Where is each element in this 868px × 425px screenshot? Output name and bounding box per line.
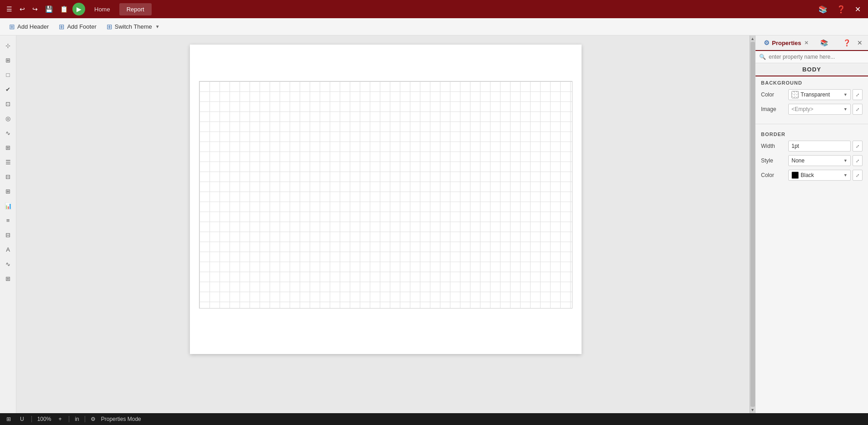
properties-search: 🔍 xyxy=(756,51,868,63)
background-color-control: Transparent ▼ ⤢ xyxy=(788,89,863,100)
background-image-row: Image <Empty> ▼ ⤢ xyxy=(761,104,863,115)
background-image-expand-btn[interactable]: ⤢ xyxy=(853,104,863,115)
add-header-button[interactable]: ⊞ Add Header xyxy=(5,21,53,33)
border-color-select[interactable]: Black ▼ xyxy=(788,170,851,181)
underline-button[interactable]: U xyxy=(18,415,26,423)
page-wrapper xyxy=(190,45,582,404)
sidebar-icon-text[interactable]: A xyxy=(2,243,15,256)
sidebar-icon-matrix[interactable]: ⊞ xyxy=(2,185,15,197)
properties-tab-label: Properties xyxy=(772,40,801,46)
background-image-value: <Empty> xyxy=(791,106,843,112)
sidebar-icon-report[interactable]: ≡ xyxy=(2,214,15,227)
properties-icon: ⚙ xyxy=(764,39,770,46)
transparent-swatch xyxy=(791,91,799,98)
background-image-select[interactable]: <Empty> ▼ xyxy=(788,104,851,115)
left-sidebar: ⊹ ⊞ □ ✔ ⊡ ◎ ∿ ⊞ ☰ ⊟ ⊞ 📊 ≡ ⊟ A ∿ ⊞ xyxy=(0,35,16,413)
section-divider xyxy=(756,124,868,124)
canvas-container: ▲ ▼ xyxy=(16,35,755,413)
border-color-control: Black ▼ ⤢ xyxy=(788,170,863,181)
background-color-row: Color Transparent ▼ ⤢ xyxy=(761,89,863,100)
sidebar-icon-grid[interactable]: ⊞ xyxy=(2,141,15,154)
zoom-in-button[interactable]: + xyxy=(56,415,63,423)
sidebar-icon-barcode[interactable]: ⊞ xyxy=(2,272,15,285)
background-color-label: Color xyxy=(761,91,785,98)
save-button[interactable]: 💾 xyxy=(42,4,56,15)
scroll-down-icon[interactable]: ▼ xyxy=(751,408,755,412)
sidebar-icon-components[interactable]: ⊞ xyxy=(2,54,15,66)
add-footer-label: Add Footer xyxy=(67,23,96,30)
save-as-button[interactable]: 📋 xyxy=(57,4,71,15)
toolbar: ⊞ Add Header ⊞ Add Footer ⊞ Switch Theme… xyxy=(0,18,868,35)
border-style-value: None xyxy=(791,157,843,164)
add-footer-button[interactable]: ⊞ Add Footer xyxy=(54,21,101,33)
sidebar-icon-check[interactable]: ✔ xyxy=(2,83,15,96)
unit-label: in xyxy=(75,416,79,422)
sidebar-icon-crop[interactable]: ⊡ xyxy=(2,97,15,110)
data-button[interactable]: 📚 xyxy=(815,3,831,15)
status-divider-3 xyxy=(85,416,85,422)
tab-home[interactable]: Home xyxy=(87,3,117,15)
add-footer-icon: ⊞ xyxy=(59,23,65,31)
status-bar: ⊞ U 100% + in ⚙ Properties Mode xyxy=(0,413,868,425)
close-button[interactable]: ✕ xyxy=(851,3,864,15)
sidebar-icon-circle[interactable]: ◎ xyxy=(2,112,15,125)
properties-tab-close[interactable]: ✕ xyxy=(803,40,809,46)
redo-button[interactable]: ↪ xyxy=(30,4,41,15)
border-width-value: 1pt xyxy=(791,143,848,149)
sidebar-icon-list[interactable]: ☰ xyxy=(2,156,15,168)
background-image-control: <Empty> ▼ ⤢ xyxy=(788,104,863,115)
border-color-expand-btn[interactable]: ⤢ xyxy=(853,170,863,181)
sidebar-icon-line[interactable]: ∿ xyxy=(2,126,15,139)
switch-theme-icon: ⊞ xyxy=(107,23,112,31)
canvas-area[interactable] xyxy=(16,35,755,413)
chevron-down-icon: ▼ xyxy=(843,92,848,97)
main-layout: ⊹ ⊞ □ ✔ ⊡ ◎ ∿ ⊞ ☰ ⊟ ⊞ 📊 ≡ ⊟ A ∿ ⊞ ▲ ▼ xyxy=(0,35,868,413)
status-divider-2 xyxy=(69,416,69,422)
border-style-control: None ▼ ⤢ xyxy=(788,155,863,166)
vertical-scrollbar[interactable]: ▲ ▼ xyxy=(750,35,755,413)
sidebar-icon-shape[interactable]: □ xyxy=(2,68,15,81)
add-header-label: Add Header xyxy=(17,23,49,30)
status-divider xyxy=(31,416,32,422)
panel-right-actions: ❓ ✕ xyxy=(841,37,864,48)
sidebar-icon-sparkline[interactable]: ∿ xyxy=(2,258,15,270)
switch-theme-button[interactable]: ⊞ Switch Theme ▼ xyxy=(102,21,164,33)
title-bar: ☰ ↩ ↪ 💾 📋 ▶ Home Report 📚 ❓ ✕ xyxy=(0,0,868,18)
border-style-row: Style None ▼ ⤢ xyxy=(761,155,863,166)
border-width-select[interactable]: 1pt xyxy=(788,141,851,152)
sidebar-icon-subreport[interactable]: ⊟ xyxy=(2,228,15,241)
border-width-control: 1pt ⤢ xyxy=(788,141,863,152)
sidebar-icon-chart[interactable]: 📊 xyxy=(2,199,15,212)
menu-button[interactable]: ☰ xyxy=(4,4,15,15)
border-color-label: Color xyxy=(761,172,785,178)
sidebar-icon-table[interactable]: ⊟ xyxy=(2,170,15,183)
panel-tabs: ⚙ Properties ✕ 📚 ❓ ✕ xyxy=(756,35,868,51)
tab-data[interactable]: 📚 xyxy=(816,35,832,51)
scroll-up-icon[interactable]: ▲ xyxy=(751,36,755,41)
panel-close-button[interactable]: ✕ xyxy=(855,37,864,48)
chevron-down-icon: ▼ xyxy=(843,158,848,163)
background-color-expand-btn[interactable]: ⤢ xyxy=(853,89,863,100)
tab-properties[interactable]: ⚙ Properties ✕ xyxy=(759,35,814,51)
border-style-select[interactable]: None ▼ xyxy=(788,155,851,166)
border-width-row: Width 1pt ⤢ xyxy=(761,141,863,152)
border-style-expand-btn[interactable]: ⤢ xyxy=(853,155,863,166)
background-color-select[interactable]: Transparent ▼ xyxy=(788,89,851,100)
zoom-value: 100% xyxy=(37,416,51,422)
grid-toggle-button[interactable]: ⊞ xyxy=(5,415,13,423)
border-color-row: Color Black ▼ ⤢ xyxy=(761,170,863,181)
help-button[interactable]: ❓ xyxy=(833,3,849,15)
grid-area[interactable] xyxy=(199,81,572,309)
scroll-thumb[interactable] xyxy=(751,42,755,407)
report-page[interactable] xyxy=(190,45,582,354)
sidebar-icon-pointer[interactable]: ⊹ xyxy=(2,39,15,52)
background-image-label: Image xyxy=(761,106,785,112)
border-title: BORDER xyxy=(761,132,863,137)
panel-help-button[interactable]: ❓ xyxy=(841,37,853,48)
border-width-expand-btn[interactable]: ⤢ xyxy=(853,141,863,152)
add-header-icon: ⊞ xyxy=(9,23,15,31)
play-button[interactable]: ▶ xyxy=(72,3,85,15)
tab-report[interactable]: Report xyxy=(119,3,152,15)
search-input[interactable] xyxy=(769,54,864,60)
undo-button[interactable]: ↩ xyxy=(17,4,28,15)
